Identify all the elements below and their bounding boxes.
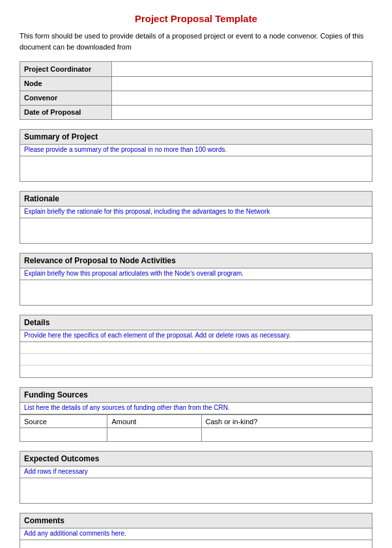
field-value-convenor[interactable] — [111, 91, 372, 105]
details-row-2[interactable] — [20, 354, 372, 366]
funding-col-kind: Cash or in-kind? — [201, 415, 372, 428]
funding-subtext: List here the details of any sources of … — [20, 403, 372, 414]
funding-row-1[interactable] — [20, 428, 372, 441]
intro-text: This form should be used to provide deta… — [20, 31, 372, 52]
details-row-3[interactable] — [20, 366, 372, 377]
field-label-date: Date of Proposal — [20, 105, 111, 119]
funding-subtext-part1: List here the details of any sources of … — [24, 404, 157, 411]
details-section: Details Provide here the specifics of ea… — [20, 315, 372, 378]
funding-header: Funding Sources — [20, 388, 372, 403]
funding-subtext-italic: other than — [157, 404, 186, 411]
outcomes-subtext: Add rows if necessary — [20, 467, 372, 478]
summary-section: Summary of Project Please provide a summ… — [20, 129, 372, 182]
funding-col-amount: Amount — [107, 415, 201, 428]
outcomes-section: Expected Outcomes Add rows if necessary — [20, 451, 372, 504]
details-row-1[interactable] — [20, 342, 372, 354]
funding-table: Source Amount Cash or in-kind? — [20, 414, 372, 441]
field-value-date[interactable] — [111, 105, 372, 119]
field-label-coordinator: Project Coordinator — [20, 62, 111, 76]
funding-source-1[interactable] — [20, 428, 107, 441]
table-row: Project Coordinator — [20, 62, 372, 76]
rationale-content[interactable] — [20, 218, 372, 243]
relevance-section: Relevance of Proposal to Node Activities… — [20, 253, 372, 306]
field-value-node[interactable] — [111, 76, 372, 91]
comments-header: Comments — [20, 513, 372, 528]
rationale-subtext: Explain briefly the rationale for this p… — [20, 207, 372, 218]
rationale-section: Rationale Explain briefly the rationale … — [20, 191, 372, 244]
funding-section: Funding Sources List here the details of… — [20, 387, 372, 442]
funding-col-source: Source — [20, 415, 107, 428]
outcomes-content[interactable] — [20, 478, 372, 503]
outcomes-header: Expected Outcomes — [20, 452, 372, 467]
comments-content[interactable] — [20, 540, 372, 549]
relevance-subtext: Explain briefly how this proposal articu… — [20, 268, 372, 280]
relevance-header: Relevance of Proposal to Node Activities — [20, 253, 372, 268]
summary-content[interactable] — [20, 156, 372, 181]
relevance-content[interactable] — [20, 280, 372, 305]
page-title: Project Proposal Template — [20, 13, 372, 24]
field-label-node: Node — [20, 76, 111, 91]
info-section: Project Coordinator Node Convenor Date o… — [20, 61, 372, 120]
summary-subtext: Please provide a summary of the proposal… — [20, 145, 372, 156]
funding-kind-1[interactable] — [201, 428, 372, 441]
comments-subtext: Add any additional comments here. — [20, 528, 372, 540]
comments-section: Comments Add any additional comments her… — [20, 513, 372, 549]
rationale-header: Rationale — [20, 192, 372, 207]
funding-col-headers: Source Amount Cash or in-kind? — [20, 415, 372, 428]
field-label-convenor: Convenor — [20, 91, 111, 105]
table-row: Date of Proposal — [20, 105, 372, 119]
funding-subtext-part2: from the CRN. — [186, 404, 230, 411]
details-subtext: Provide here the specifics of each eleme… — [20, 330, 372, 342]
field-value-coordinator[interactable] — [111, 62, 372, 76]
details-header: Details — [20, 315, 372, 330]
table-row: Convenor — [20, 91, 372, 105]
summary-header: Summary of Project — [20, 130, 372, 145]
table-row: Node — [20, 76, 372, 91]
info-table: Project Coordinator Node Convenor Date o… — [20, 62, 372, 119]
funding-amount-1[interactable] — [107, 428, 201, 441]
